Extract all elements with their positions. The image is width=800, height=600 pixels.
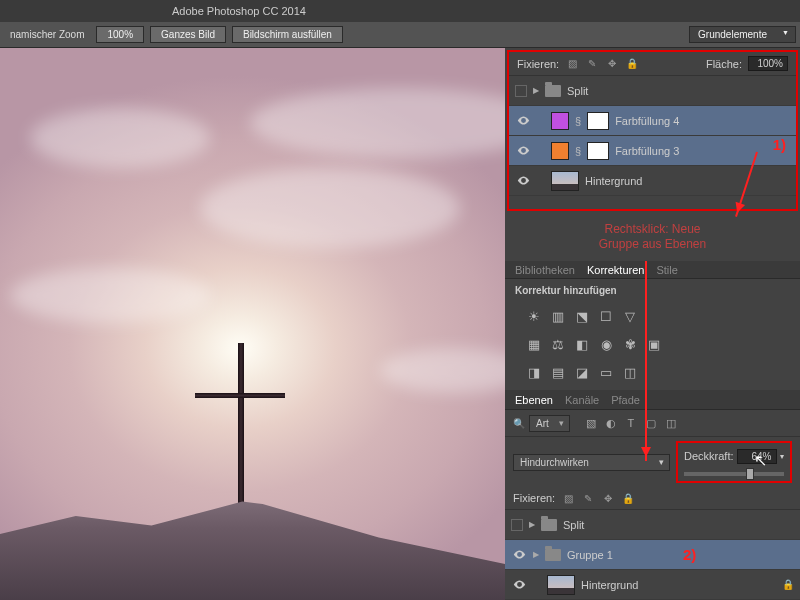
tab-ebenen[interactable]: Ebenen — [515, 394, 553, 406]
document-canvas[interactable] — [0, 48, 505, 600]
layer-name[interactable]: Farbfüllung 4 — [615, 115, 679, 127]
layer-row[interactable]: ▶ Gruppe 1 2) — [505, 540, 800, 570]
photo-filter-icon[interactable]: ◉ — [595, 334, 617, 354]
layer-row[interactable]: ▶ Split — [509, 76, 796, 106]
layer-name[interactable]: Split — [563, 519, 584, 531]
threshold-icon[interactable]: ◪ — [571, 362, 593, 382]
bw-icon[interactable]: ◧ — [571, 334, 593, 354]
layer-name[interactable]: Split — [567, 85, 588, 97]
layers-panel-bottom: Ebenen Kanäle Pfade 🔍 Art ▧ ◐ T ▢ ◫ Hind… — [505, 390, 800, 600]
zoom-value-button[interactable]: 100% — [96, 26, 144, 43]
titlebar: Adobe Photoshop CC 2014 — [0, 0, 800, 22]
layer-thumbnail[interactable] — [551, 171, 579, 191]
filter-pixel-icon[interactable]: ▧ — [582, 414, 600, 432]
annotation-2: 2) — [683, 546, 696, 563]
eye-icon[interactable] — [511, 577, 527, 593]
annotation-text: Rechtsklick: NeueGruppe aus Ebenen — [599, 222, 706, 253]
lock-all-icon[interactable]: 🔒 — [621, 491, 635, 505]
selective-icon[interactable]: ◫ — [619, 362, 641, 382]
folder-icon — [545, 549, 561, 561]
lock-transparent-icon[interactable]: ▨ — [565, 57, 579, 71]
lock-label: Fixieren: — [517, 58, 559, 70]
mask-thumbnail[interactable] — [587, 112, 609, 130]
visibility-checkbox[interactable] — [511, 519, 523, 531]
eye-icon[interactable] — [515, 143, 531, 159]
layer-row[interactable]: ▶ Split — [505, 510, 800, 540]
lock-brush-icon[interactable]: ✎ — [585, 57, 599, 71]
layer-name[interactable]: Hintergrund — [581, 579, 638, 591]
layer-name[interactable]: Hintergrund — [585, 175, 642, 187]
opacity-dropdown-icon[interactable]: ▾ — [780, 452, 784, 461]
layers-panel-top: Fixieren: ▨ ✎ ✥ 🔒 Fläche: 100% ▶ Split § — [507, 50, 798, 211]
canvas-image — [0, 48, 505, 600]
add-adjustment-label: Korrektur hinzufügen — [505, 279, 800, 302]
tab-pfade[interactable]: Pfade — [611, 394, 640, 406]
mixer-icon[interactable]: ✾ — [619, 334, 641, 354]
levels-icon[interactable]: ▥ — [547, 306, 569, 326]
expand-icon[interactable]: ▶ — [529, 520, 535, 529]
adjustments-panel-tabs: Bibliotheken Korrekturen Stile — [505, 261, 800, 279]
folder-icon — [545, 85, 561, 97]
hill-shape — [0, 480, 505, 600]
layer-thumbnail[interactable] — [547, 575, 575, 595]
mask-thumbnail[interactable] — [587, 142, 609, 160]
fill-value-input[interactable]: 100% — [748, 56, 788, 71]
exposure-icon[interactable]: ☐ — [595, 306, 617, 326]
invert-icon[interactable]: ◨ — [523, 362, 545, 382]
expand-icon[interactable]: ▶ — [533, 86, 539, 95]
tab-kanaele[interactable]: Kanäle — [565, 394, 599, 406]
lock-brush-icon[interactable]: ✎ — [581, 491, 595, 505]
annotation-gap: Rechtsklick: NeueGruppe aus Ebenen — [505, 213, 800, 261]
opacity-slider[interactable] — [684, 472, 784, 476]
vibrance-icon[interactable]: ▽ — [619, 306, 641, 326]
link-icon[interactable]: § — [575, 145, 581, 157]
annotation-1: 1) — [773, 136, 786, 153]
eye-icon[interactable] — [515, 173, 531, 189]
folder-icon — [541, 519, 557, 531]
app-title: Adobe Photoshop CC 2014 — [172, 5, 306, 17]
layer-row[interactable]: Hintergrund 🔒 — [505, 570, 800, 600]
lock-label: Fixieren: — [513, 492, 555, 504]
cross-shape — [238, 343, 244, 508]
posterize-icon[interactable]: ▤ — [547, 362, 569, 382]
opacity-label: Deckkraft: — [684, 450, 734, 462]
layer-row[interactable]: Hintergrund — [509, 166, 796, 196]
slider-handle[interactable] — [746, 468, 754, 480]
opacity-value-input[interactable]: 64% — [737, 449, 777, 464]
filter-adjust-icon[interactable]: ◐ — [602, 414, 620, 432]
color-swatch[interactable] — [551, 142, 569, 160]
layer-name[interactable]: Gruppe 1 — [567, 549, 613, 561]
eye-icon[interactable] — [515, 113, 531, 129]
lock-move-icon[interactable]: ✥ — [605, 57, 619, 71]
tab-stile[interactable]: Stile — [656, 264, 677, 276]
annotation-arrow-2 — [645, 261, 647, 461]
balance-icon[interactable]: ⚖ — [547, 334, 569, 354]
color-swatch[interactable] — [551, 112, 569, 130]
zoom-mode-label: namischer Zoom — [4, 29, 90, 40]
eye-icon[interactable] — [511, 547, 527, 563]
tab-korrekturen[interactable]: Korrekturen — [587, 264, 644, 276]
gradient-map-icon[interactable]: ▭ — [595, 362, 617, 382]
brightness-icon[interactable]: ☀ — [523, 306, 545, 326]
layer-row[interactable]: § Farbfüllung 4 — [509, 106, 796, 136]
link-icon[interactable]: § — [575, 115, 581, 127]
fit-screen-button[interactable]: Ganzes Bild — [150, 26, 226, 43]
layer-name[interactable]: Farbfüllung 3 — [615, 145, 679, 157]
opacity-control-highlight: Deckkraft: 64% ▾ ↖ — [676, 441, 792, 483]
lock-icon[interactable]: 🔒 — [782, 579, 794, 591]
fill-screen-button[interactable]: Bildschirm ausfüllen — [232, 26, 343, 43]
expand-icon[interactable]: ▶ — [533, 550, 539, 559]
curves-icon[interactable]: ⬔ — [571, 306, 593, 326]
tab-bibliotheken[interactable]: Bibliotheken — [515, 264, 575, 276]
options-bar: namischer Zoom 100% Ganzes Bild Bildschi… — [0, 22, 800, 48]
lock-all-icon[interactable]: 🔒 — [625, 57, 639, 71]
workspace-select[interactable]: Grundelemente — [689, 26, 796, 43]
adjustment-icons: ☀ ▥ ⬔ ☐ ▽ — [505, 302, 800, 330]
filter-text-icon[interactable]: T — [622, 414, 640, 432]
filter-type-select[interactable]: Art — [529, 415, 570, 432]
filter-smart-icon[interactable]: ◫ — [662, 414, 680, 432]
lock-transparent-icon[interactable]: ▨ — [561, 491, 575, 505]
hue-icon[interactable]: ▦ — [523, 334, 545, 354]
lock-move-icon[interactable]: ✥ — [601, 491, 615, 505]
visibility-checkbox[interactable] — [515, 85, 527, 97]
